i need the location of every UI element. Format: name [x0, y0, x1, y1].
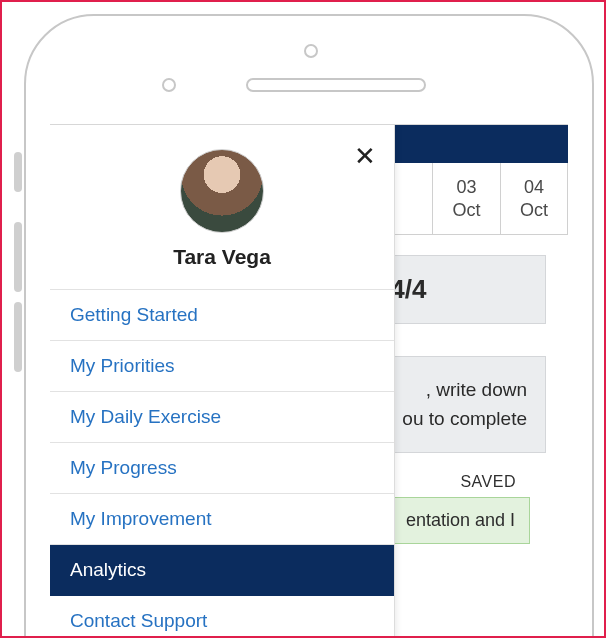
close-icon: ✕: [354, 141, 376, 171]
date-cell[interactable]: 04 Oct: [500, 163, 568, 234]
date-day: 04: [524, 177, 544, 198]
menu-item-label: Getting Started: [70, 304, 198, 325]
phone-screen: 03 Oct 04 Oct xxxxxxxxxxxxxxxxrcise 4/4 …: [50, 124, 568, 638]
menu-item-label: My Progress: [70, 457, 177, 478]
menu-item-getting-started[interactable]: Getting Started: [50, 290, 394, 341]
menu-item-my-improvement[interactable]: My Improvement: [50, 494, 394, 545]
date-cell[interactable]: 03 Oct: [432, 163, 500, 234]
menu-item-label: Contact Support: [70, 610, 207, 631]
phone-side-button: [14, 152, 22, 192]
menu-item-my-progress[interactable]: My Progress: [50, 443, 394, 494]
phone-camera-icon: [162, 78, 176, 92]
date-day: 03: [456, 177, 476, 198]
exercise-body-line: ou to complete: [402, 408, 527, 429]
phone-speaker-icon: [246, 78, 426, 92]
menu-item-label: My Priorities: [70, 355, 175, 376]
date-month: Oct: [520, 200, 548, 221]
menu-item-my-priorities[interactable]: My Priorities: [50, 341, 394, 392]
exercise-body-line: , write down: [426, 379, 527, 400]
close-button[interactable]: ✕: [350, 139, 380, 173]
side-drawer: ✕ Tara Vega Getting Started My Prioritie…: [50, 125, 395, 638]
date-month: Oct: [452, 200, 480, 221]
menu-item-label: My Improvement: [70, 508, 211, 529]
menu-item-label: Analytics: [70, 559, 146, 580]
note-text: entation and I: [406, 510, 515, 530]
user-name: Tara Vega: [173, 245, 271, 269]
profile-section: Tara Vega: [50, 125, 394, 290]
menu-item-my-daily-exercise[interactable]: My Daily Exercise: [50, 392, 394, 443]
phone-side-button: [14, 302, 22, 372]
menu-item-label: My Daily Exercise: [70, 406, 221, 427]
phone-frame: 03 Oct 04 Oct xxxxxxxxxxxxxxxxrcise 4/4 …: [24, 14, 594, 638]
phone-side-button: [14, 222, 22, 292]
saved-label: SAVED: [460, 473, 516, 490]
drawer-menu: Getting Started My Priorities My Daily E…: [50, 290, 394, 638]
menu-item-contact-support[interactable]: Contact Support: [50, 596, 394, 638]
avatar[interactable]: [180, 149, 264, 233]
menu-item-analytics[interactable]: Analytics: [50, 545, 394, 596]
